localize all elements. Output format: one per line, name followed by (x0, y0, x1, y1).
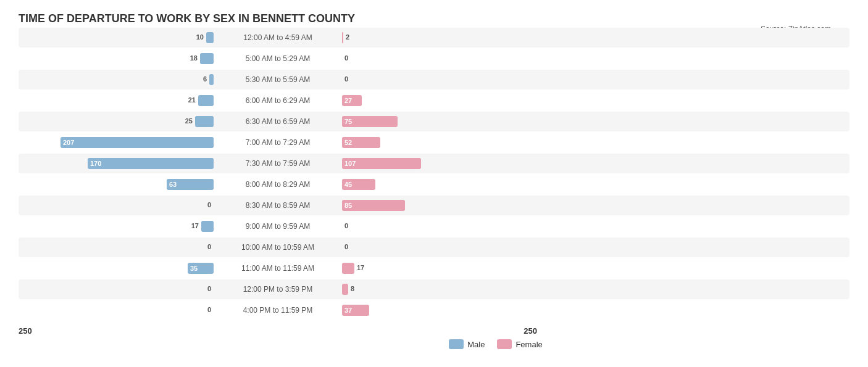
male-bar: 63 (167, 179, 214, 190)
left-section: 18 (19, 49, 216, 68)
male-bar (195, 116, 214, 127)
left-section: 0 (19, 279, 216, 299)
right-section: 17 (340, 258, 537, 278)
male-bar: 170 (88, 158, 214, 169)
chart-row: 185:00 AM to 5:29 AM0 (19, 49, 849, 68)
chart-row: 2077:00 AM to 7:29 AM52 (19, 133, 849, 152)
chart-row: 1012:00 AM to 4:59 AM2 (19, 28, 849, 47)
female-bar: 37 (342, 305, 369, 316)
female-value-label: 8 (351, 285, 354, 292)
chart-row: 08:30 AM to 8:59 AM85 (19, 196, 849, 215)
female-bar: 27 (342, 95, 362, 106)
left-section: 63 (19, 175, 216, 194)
female-bar (342, 263, 354, 274)
male-bar-label: 207 (61, 139, 77, 146)
time-range-label: 5:30 AM to 5:59 AM (216, 75, 340, 84)
left-section: 170 (19, 154, 216, 173)
female-value-label: 2 (346, 33, 349, 41)
male-value-label: 0 (207, 306, 211, 313)
legend-male-box (449, 339, 464, 349)
time-range-label: 8:00 AM to 8:29 AM (216, 180, 340, 189)
left-section: 0 (19, 237, 216, 257)
left-section: 0 (19, 196, 216, 215)
male-bar (198, 95, 214, 106)
legend-male: Male (449, 339, 485, 349)
male-bar: 35 (188, 263, 214, 274)
right-section: 85 (340, 196, 537, 215)
male-value-label: 10 (196, 33, 204, 41)
right-section: 27 (340, 91, 537, 110)
female-bar: 45 (342, 179, 375, 190)
female-value-label: 0 (344, 243, 348, 250)
right-section: 0 (340, 237, 537, 257)
chart-row: 65:30 AM to 5:59 AM0 (19, 70, 849, 89)
left-section: 25 (19, 112, 216, 131)
female-bar-label: 45 (342, 181, 354, 188)
male-value-label: 0 (207, 285, 211, 292)
left-section: 21 (19, 91, 216, 110)
male-value-label: 0 (207, 243, 211, 250)
male-bar (201, 221, 214, 232)
female-bar: 85 (342, 200, 405, 211)
male-value-label: 17 (191, 222, 199, 229)
chart-row: 638:00 AM to 8:29 AM45 (19, 175, 849, 194)
male-bar (200, 53, 214, 64)
chart-row: 256:30 AM to 6:59 AM75 (19, 112, 849, 131)
female-value-label: 0 (344, 75, 348, 83)
legend-female: Female (497, 339, 542, 349)
left-section: 207 (19, 133, 216, 152)
time-range-label: 7:00 AM to 7:29 AM (216, 138, 340, 147)
x-axis-right-label: 250 (524, 326, 537, 336)
male-bar-label: 35 (188, 265, 200, 272)
right-section: 0 (340, 216, 537, 236)
legend-female-box (497, 339, 512, 349)
time-range-label: 4:00 PM to 11:59 PM (216, 306, 340, 315)
female-value-label: 17 (357, 264, 364, 271)
chart-rows: 1012:00 AM to 4:59 AM2185:00 AM to 5:29 … (19, 28, 849, 321)
right-section: 75 (340, 112, 537, 131)
male-value-label: 6 (203, 75, 207, 83)
female-bar: 75 (342, 116, 398, 127)
chart-container: 1012:00 AM to 4:59 AM2185:00 AM to 5:29 … (19, 28, 849, 349)
x-axis: 250 250 (19, 326, 849, 336)
right-section: 0 (340, 70, 537, 89)
female-bar: 52 (342, 137, 380, 148)
chart-row: 1707:30 AM to 7:59 AM107 (19, 154, 849, 173)
left-section: 10 (19, 28, 216, 47)
female-bar-label: 75 (342, 118, 354, 125)
male-value-label: 21 (188, 96, 196, 104)
chart-row: 012:00 PM to 3:59 PM8 (19, 279, 849, 299)
male-value-label: 18 (190, 54, 198, 62)
legend-male-label: Male (467, 340, 485, 349)
left-section: 6 (19, 70, 216, 89)
right-section: 45 (340, 175, 537, 194)
female-value-label: 0 (344, 54, 348, 62)
chart-row: 179:00 AM to 9:59 AM0 (19, 216, 849, 236)
male-bar-label: 63 (167, 181, 179, 188)
time-range-label: 7:30 AM to 7:59 AM (216, 159, 340, 168)
male-bar: 207 (61, 137, 214, 148)
chart-legend: Male Female (142, 339, 849, 349)
right-section: 107 (340, 154, 537, 173)
chart-row: 010:00 AM to 10:59 AM0 (19, 237, 849, 257)
time-range-label: 11:00 AM to 11:59 AM (216, 264, 340, 273)
time-range-label: 6:00 AM to 6:29 AM (216, 96, 340, 105)
male-bar (209, 74, 214, 85)
time-range-label: 8:30 AM to 8:59 AM (216, 201, 340, 210)
left-section: 35 (19, 258, 216, 278)
right-section: 0 (340, 49, 537, 68)
male-value-label: 25 (185, 117, 193, 125)
right-section: 8 (340, 279, 537, 299)
chart-row: 04:00 PM to 11:59 PM37 (19, 300, 849, 320)
time-range-label: 6:30 AM to 6:59 AM (216, 117, 340, 126)
female-bar-label: 85 (342, 202, 354, 209)
chart-row: 3511:00 AM to 11:59 AM17 (19, 258, 849, 278)
female-bar-label: 107 (342, 160, 358, 167)
female-bar-label: 52 (342, 139, 354, 146)
male-value-label: 0 (207, 201, 211, 208)
male-bar (206, 32, 214, 43)
time-range-label: 12:00 PM to 3:59 PM (216, 285, 340, 294)
right-section: 2 (340, 28, 537, 47)
right-section: 37 (340, 300, 537, 320)
female-bar-label: 27 (342, 97, 354, 104)
